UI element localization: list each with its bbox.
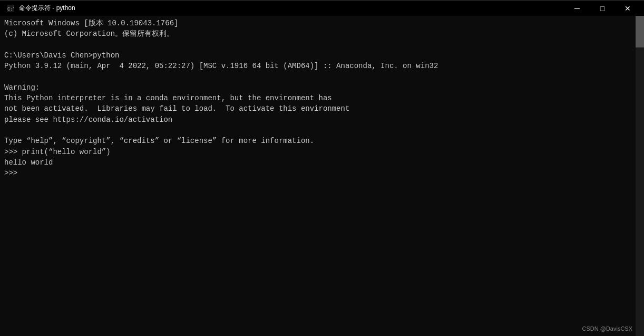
titlebar: C:\ 命令提示符 - python ─ □ ✕ <box>0 0 644 16</box>
titlebar-controls: ─ □ ✕ <box>565 1 640 16</box>
watermark: CSDN @DavisCSX <box>582 325 632 333</box>
terminal-content: Microsoft Windows [版本 10.0.19043.1766] (… <box>4 18 640 178</box>
cmd-icon: C:\ <box>6 4 15 13</box>
svg-text:C:\: C:\ <box>7 6 14 12</box>
maximize-button[interactable]: □ <box>590 1 614 16</box>
scrollbar-thumb[interactable] <box>636 16 644 47</box>
titlebar-left: C:\ 命令提示符 - python <box>6 4 75 13</box>
close-button[interactable]: ✕ <box>616 1 640 16</box>
minimize-button[interactable]: ─ <box>565 1 589 16</box>
terminal-window[interactable]: Microsoft Windows [版本 10.0.19043.1766] (… <box>0 16 644 336</box>
scrollbar[interactable] <box>636 16 644 336</box>
titlebar-title: 命令提示符 - python <box>19 4 75 13</box>
